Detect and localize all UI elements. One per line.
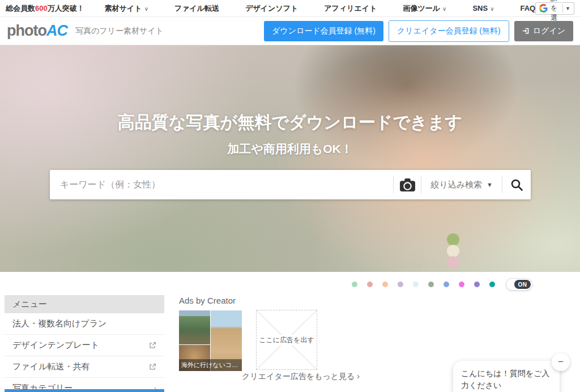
sidebar-menu-header: メニュー (5, 295, 164, 313)
dropdown-arrow-icon: ▼ (565, 6, 570, 11)
ads-by-creator-heading: Ads by Creator (179, 296, 236, 305)
nav-item-affiliate[interactable]: アフィリエイト (324, 3, 377, 14)
carousel-dot[interactable] (459, 282, 464, 287)
search-icon (510, 178, 523, 191)
google-icon (539, 4, 548, 12)
hero-photo-detail (447, 245, 459, 257)
chevron-down-icon: ∨ (490, 6, 494, 12)
top-utility-bar: 総会員数600万人突破！ 素材サイト∨ ファイル転送 デザインソフト アフィリエ… (0, 0, 580, 17)
chevron-right-icon: › (357, 372, 360, 381)
more-creator-ads-link[interactable]: クリエイター広告をもっと見る › (179, 372, 423, 382)
member-count-prefix: 総会員数 (6, 4, 35, 12)
login-button[interactable]: ログイン (514, 21, 573, 41)
creator-register-button[interactable]: クリエイター会員登録 (無料) (389, 20, 509, 42)
sidebar-item-file-transfer[interactable]: ファイル転送・共有 (5, 356, 164, 378)
hero-photo-detail (447, 233, 459, 246)
camera-icon (400, 178, 415, 191)
external-link-icon (149, 363, 156, 370)
page-content: ON メニュー 法人・複数名向けプラン デザインテンプレート ファイル転送・共有 (0, 272, 580, 392)
member-count-banner: 総会員数600万人突破！ (6, 3, 84, 14)
site-header: photoAC 写真のフリー素材サイト ダウンロード会員登録 (無料) クリエイ… (0, 17, 580, 45)
carousel-dot[interactable] (489, 282, 495, 287)
member-count-number: 600 (35, 4, 48, 12)
ad-placeholder-slot[interactable]: ここに広告を出す (256, 310, 317, 370)
nav-item-design-software[interactable]: デザインソフト (245, 3, 298, 14)
chat-greeting-bubble[interactable]: こんにちは！質問をご入力ください (453, 361, 560, 392)
carousel-dot[interactable] (428, 282, 434, 287)
carousel-dot[interactable] (382, 282, 388, 287)
login-arrow-icon (522, 27, 530, 35)
photoac-logo[interactable]: photoAC (7, 22, 67, 40)
carousel-dot[interactable] (352, 282, 357, 287)
carousel-dot[interactable] (398, 282, 403, 287)
carousel-dots (352, 282, 495, 287)
search-input[interactable] (50, 170, 393, 199)
hero-subtitle: 加工や商用利用もOK！ (0, 141, 580, 157)
language-selector[interactable]: 言語を選択 ▼ (535, 2, 574, 15)
nav-item-sns[interactable]: SNS∨ (472, 4, 494, 12)
filter-search-button[interactable]: 絞り込み検索 ▼ (421, 170, 502, 199)
search-bar: 絞り込み検索 ▼ (50, 170, 531, 199)
nav-item-faq[interactable]: FAQ (520, 4, 535, 12)
hero-banner-image: 高品質な写真が無料でダウンロードできます 加工や商用利用もOK！ 絞り込み検索 … (0, 45, 580, 272)
hero-photo-detail (447, 256, 459, 269)
ad-caption: 海外に行けないコ… (179, 359, 242, 371)
toggle-on-knob: ON (514, 280, 531, 289)
carousel-autoplay-toggle[interactable]: ON (506, 278, 532, 291)
ad-photo-machu-picchu (179, 310, 210, 344)
download-register-button[interactable]: ダウンロード会員登録 (無料) (264, 21, 383, 41)
nav-item-image-tools[interactable]: 画像ツール∨ (403, 3, 446, 14)
chevron-down-icon: ∨ (144, 6, 148, 12)
hero-carousel-controls: ON (352, 278, 532, 291)
search-submit-button[interactable] (502, 170, 531, 199)
external-link-icon (149, 342, 156, 349)
sidebar-next-item-edge (5, 389, 164, 392)
sidebar-item-corporate-plan[interactable]: 法人・複数名向けプラン (5, 313, 164, 335)
ad-placeholder-label: ここに広告を出す (258, 335, 315, 346)
sidebar-item-design-template[interactable]: デザインテンプレート (5, 335, 164, 356)
carousel-dot[interactable] (443, 282, 449, 287)
nav-item-file-transfer[interactable]: ファイル転送 (174, 3, 219, 14)
hero-title: 高品質な写真が無料でダウンロードできます (0, 111, 580, 134)
header-actions: ダウンロード会員登録 (無料) クリエイター会員登録 (無料) ログイン (264, 20, 573, 42)
chevron-down-icon: ∨ (442, 6, 446, 12)
top-nav: 素材サイト∨ ファイル転送 デザインソフト アフィリエイト 画像ツール∨ SNS… (105, 3, 535, 14)
member-count-suffix: 万人突破！ (48, 4, 84, 12)
carousel-dot[interactable] (367, 282, 373, 287)
chat-minimize-button[interactable]: − (552, 353, 570, 371)
site-tagline: 写真のフリー素材サイト (75, 26, 164, 36)
carousel-dot[interactable] (474, 282, 480, 287)
sidebar-menu: メニュー 法人・複数名向けプラン デザインテンプレート ファイル転送・共有 写真… (5, 295, 164, 392)
carousel-dot[interactable] (413, 282, 419, 287)
image-search-button[interactable] (394, 170, 421, 199)
creator-ad-thumbnail[interactable]: 海外に行けないコ… (179, 310, 242, 371)
nav-item-material-sites[interactable]: 素材サイト∨ (105, 3, 148, 14)
dropdown-arrow-icon: ▼ (487, 181, 493, 188)
